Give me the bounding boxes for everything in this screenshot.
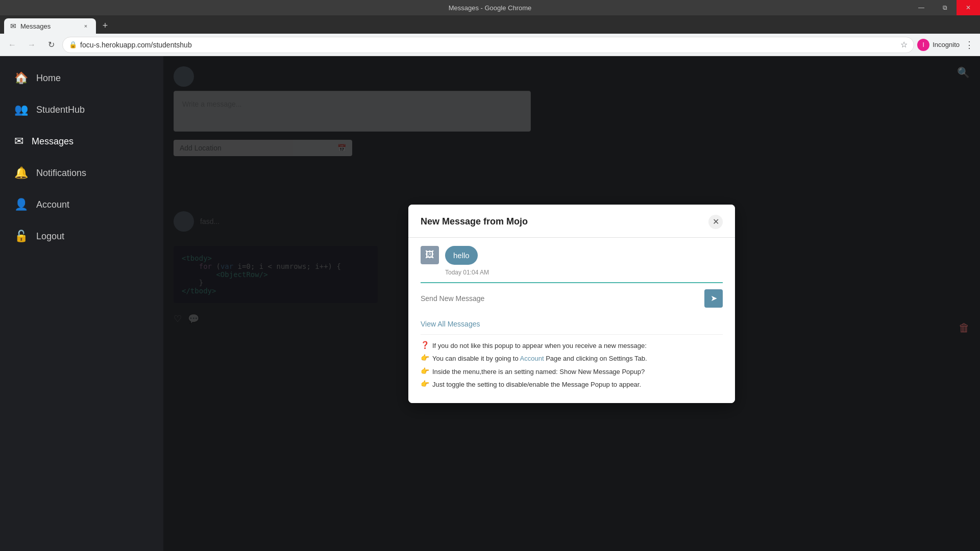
help-question-text: If you do not like this popup to appear … [432, 341, 647, 351]
sidebar-label-account: Account [36, 199, 69, 210]
modal-close-button[interactable]: ✕ [708, 215, 723, 229]
chrome-tabs: ✉ Messages × + [0, 15, 980, 34]
new-message-modal: New Message from Mojo ✕ 🖼 hello Today 01… [408, 205, 735, 403]
modal-overlay: New Message from Mojo ✕ 🖼 hello Today 01… [163, 56, 980, 551]
view-all-messages-link[interactable]: View All Messages [421, 316, 723, 335]
modal-body: 🖼 hello Today 01:04 AM ➤ [408, 238, 735, 316]
point-icon-2: 👉 [421, 367, 429, 375]
refresh-button[interactable]: ↻ [43, 37, 59, 53]
tab-title: Messages [20, 22, 78, 30]
address-bar[interactable]: 🔒 focu-s.herokuapp.com/studentshub ☆ [62, 37, 914, 53]
account-link[interactable]: Account [520, 355, 544, 362]
bookmark-icon[interactable]: ☆ [900, 40, 908, 49]
help-row-question: ❓ If you do not like this popup to appea… [421, 341, 723, 351]
restore-button[interactable]: ⧉ [933, 0, 957, 15]
send-message-input[interactable] [421, 294, 700, 303]
minimize-button[interactable]: — [910, 0, 933, 15]
main-area: Write a message... Add Location 📅 fasd..… [163, 56, 980, 551]
modal-header: New Message from Mojo ✕ [408, 205, 735, 238]
sidebar-item-logout[interactable]: 🔓 Logout [0, 220, 163, 252]
help-row-2: 👉 Inside the menu,there is an setting na… [421, 367, 723, 377]
sidebar-label-logout: Logout [36, 231, 64, 242]
url-text: focu-s.herokuapp.com/studentshub [80, 41, 897, 49]
help-text-2: Inside the menu,there is an setting name… [432, 367, 645, 377]
chrome-menu-button[interactable]: ⋮ [963, 37, 976, 53]
incognito-area: I Incognito [917, 39, 960, 51]
message-timestamp: Today 01:04 AM [421, 269, 723, 276]
send-icon: ➤ [710, 293, 717, 303]
studenthub-icon: 👥 [14, 103, 28, 116]
sender-avatar: 🖼 [421, 246, 439, 264]
sidebar-item-account[interactable]: 👤 Account [0, 189, 163, 220]
help-text-3: Just toggle the setting to disable/enabl… [432, 380, 641, 390]
message-area: 🖼 hello [421, 246, 723, 265]
question-icon: ❓ [421, 341, 429, 349]
chrome-titlebar: Messages - Google Chrome — ⧉ ✕ [0, 0, 980, 15]
send-message-area: ➤ [421, 282, 723, 308]
sidebar-item-studenthub[interactable]: 👥 StudentHub [0, 94, 163, 126]
messages-icon: ✉ [14, 135, 23, 148]
sidebar-label-notifications: Notifications [36, 168, 86, 179]
tab-favicon: ✉ [10, 22, 16, 30]
page-content: 🏠 Home 👥 StudentHub ✉ Messages 🔔 Notific… [0, 56, 980, 551]
chrome-toolbar: ← → ↻ 🔒 focu-s.herokuapp.com/studentshub… [0, 34, 980, 56]
window-controls: — ⧉ ✕ [910, 0, 980, 15]
modal-footer: View All Messages ❓ If you do not like t… [408, 316, 735, 403]
back-button[interactable]: ← [4, 37, 20, 53]
point-icon-1: 👉 [421, 354, 429, 362]
ssl-lock-icon: 🔒 [69, 41, 77, 48]
point-icon-3: 👉 [421, 380, 429, 388]
active-tab[interactable]: ✉ Messages × [4, 18, 96, 34]
sidebar-item-notifications[interactable]: 🔔 Notifications [0, 157, 163, 189]
tab-close-button[interactable]: × [82, 22, 90, 30]
message-bubble: hello [445, 246, 478, 265]
sidebar-label-messages: Messages [32, 136, 74, 147]
incognito-label: Incognito [933, 41, 960, 48]
help-text-1: You can disable it by going to Account P… [432, 354, 647, 364]
logout-icon: 🔓 [14, 230, 28, 243]
close-window-button[interactable]: ✕ [957, 0, 980, 15]
account-icon: 👤 [14, 198, 28, 211]
notifications-icon: 🔔 [14, 166, 28, 180]
modal-title: New Message from Mojo [421, 216, 528, 227]
help-row-1: 👉 You can disable it by going to Account… [421, 354, 723, 364]
incognito-icon: I [917, 39, 929, 51]
sidebar: 🏠 Home 👥 StudentHub ✉ Messages 🔔 Notific… [0, 56, 163, 551]
sidebar-label-home: Home [36, 73, 61, 84]
home-icon: 🏠 [14, 71, 28, 85]
forward-button[interactable]: → [23, 37, 40, 53]
sidebar-label-studenthub: StudentHub [36, 105, 85, 115]
send-button[interactable]: ➤ [704, 289, 723, 308]
sidebar-item-home[interactable]: 🏠 Home [0, 62, 163, 94]
new-tab-button[interactable]: + [98, 18, 112, 33]
help-row-3: 👉 Just toggle the setting to disable/ena… [421, 380, 723, 390]
sidebar-item-messages[interactable]: ✉ Messages [0, 126, 163, 157]
window-title: Messages - Google Chrome [449, 4, 532, 12]
